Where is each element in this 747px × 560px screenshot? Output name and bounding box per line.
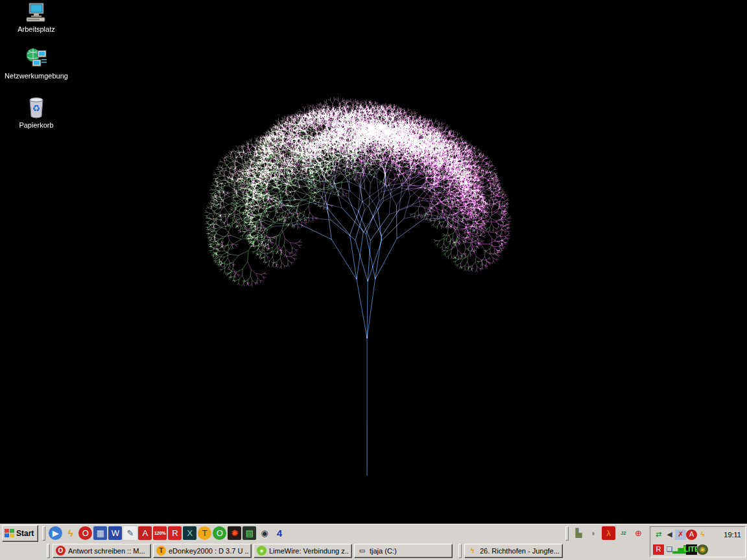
- quick-launch-bar: ▶ϟO▦W✎A120%RXTO✺▤◉4: [48, 526, 287, 540]
- media-player-icon[interactable]: ▶: [49, 526, 62, 540]
- edonkey-icon: T: [156, 546, 166, 555]
- paint-brushes-icon[interactable]: ✎: [123, 526, 137, 540]
- taskbar-left: Start ▶ϟO▦W✎A120%RXTO✺▤◉4 ▙◗λJ2⊕ OAntwor…: [0, 524, 647, 560]
- flag-square: [10, 533, 14, 537]
- desktop-icon-label: Arbeitsplatz: [18, 25, 54, 33]
- window-button-label: LimeWire: Verbindung z...: [269, 547, 349, 555]
- tray-row-2: R❏▂▅█LITE◉: [653, 543, 742, 555]
- zoom-120-icon[interactable]: 120%: [153, 526, 167, 540]
- rs-crosshair-icon[interactable]: ⊕: [632, 526, 645, 540]
- taskbar: Start ▶ϟO▦W✎A120%RXTO✺▤◉4 ▙◗λJ2⊕ OAntwor…: [0, 524, 747, 560]
- limewire-icon: ●: [257, 546, 267, 555]
- flag-square: [10, 529, 14, 533]
- ja2-icon[interactable]: J2: [617, 526, 630, 540]
- flag-square: [5, 533, 9, 537]
- drive-icon: ▭: [357, 546, 367, 555]
- flag-square: [5, 529, 9, 533]
- taskbar-top-row: Start ▶ϟO▦W✎A120%RXTO✺▤◉4 ▙◗λJ2⊕: [0, 524, 647, 542]
- helmet-icon[interactable]: ◗: [587, 526, 600, 540]
- green-o-icon[interactable]: O: [213, 526, 226, 540]
- system-tray: ⇄◀✗Aϟ 19:11 R❏▂▅█LITE◉: [650, 526, 746, 557]
- window-button-label: eDonkey2000 : D 3.7 U ...: [169, 547, 248, 555]
- window-buttons-bar: OAntwort schreiben :: M...TeDonkey2000 :…: [53, 544, 565, 558]
- start-label: Start: [16, 529, 34, 538]
- flames-icon[interactable]: ✺: [228, 526, 241, 540]
- network-neighborhood-icon: [25, 48, 48, 70]
- antivir-icon[interactable]: R: [168, 526, 182, 540]
- winamp-icon: ϟ: [468, 546, 477, 555]
- game-shortcut-bar: ▙◗λJ2⊕: [571, 526, 646, 540]
- window-button-edonkey[interactable]: TeDonkey2000 : D 3.7 U ...: [153, 544, 252, 558]
- desktop: Arbeitsplatz Netzwerkumgebung ♻ Papierko…: [0, 0, 747, 524]
- window-button-limewire[interactable]: ●LimeWire: Verbindung z...: [254, 544, 352, 558]
- window-buttons-grip-2[interactable]: [458, 544, 462, 558]
- quick-launch-grip[interactable]: [42, 526, 45, 541]
- acrobat-icon[interactable]: A: [138, 526, 152, 540]
- dialup-connection-icon[interactable]: ⇄: [653, 530, 664, 540]
- blue-4-icon[interactable]: 4: [272, 526, 286, 540]
- edonkey-icon[interactable]: T: [198, 526, 211, 540]
- eye-icon[interactable]: ◉: [257, 526, 271, 540]
- network-error-icon[interactable]: ✗: [675, 530, 686, 540]
- taskbar-bottom-row: OAntwort schreiben :: M...TeDonkey2000 :…: [0, 542, 647, 559]
- tray-icons-row1: ⇄◀✗Aϟ: [653, 530, 708, 540]
- tray-clock[interactable]: 19:11: [724, 531, 742, 539]
- tray-ball-icon[interactable]: ◉: [697, 544, 708, 555]
- start-button[interactable]: Start: [2, 525, 38, 542]
- window-button-label: Antwort schreiben :: M...: [68, 547, 145, 555]
- tank-icon[interactable]: ▙: [572, 526, 586, 540]
- desktop-icon-label: Papierkorb: [19, 121, 53, 129]
- cassette-icon[interactable]: ▤: [243, 526, 256, 540]
- window-button-opera[interactable]: OAntwort schreiben :: M...: [53, 544, 151, 558]
- desktop-icon-netzwerkumgebung[interactable]: Netzwerkumgebung: [5, 48, 67, 80]
- opera-icon: O: [56, 546, 65, 555]
- tray-row-1: ⇄◀✗Aϟ 19:11: [653, 528, 742, 541]
- window-button-label: 26. Richthofen - Jungfe...: [480, 547, 560, 555]
- terminal-icon[interactable]: X: [183, 526, 196, 540]
- computer-icon: [25, 3, 48, 23]
- power-lightning-icon[interactable]: ϟ: [697, 530, 708, 540]
- window-button-drive[interactable]: ▭tjaja (C:): [354, 544, 453, 558]
- volume-icon[interactable]: ◀: [664, 530, 675, 540]
- lite-icon[interactable]: LITE: [686, 544, 697, 555]
- antivir-tray-icon[interactable]: R: [653, 544, 664, 555]
- game-toolbar-grip[interactable]: [565, 526, 569, 541]
- windows-flag-icon: [5, 529, 14, 537]
- window-button-label: tjaja (C:): [370, 547, 397, 555]
- wallpaper-fractal-tree: [0, 0, 747, 524]
- desktop-icon-label: Netzwerkumgebung: [5, 72, 68, 80]
- window-button-winamp[interactable]: ϟ26. Richthofen - Jungfe...: [464, 544, 563, 558]
- desktop-icon-arbeitsplatz[interactable]: Arbeitsplatz: [5, 3, 67, 33]
- word-icon[interactable]: W: [108, 526, 122, 540]
- desktop-icon-papierkorb[interactable]: ♻ Papierkorb: [5, 96, 67, 129]
- opera-icon[interactable]: O: [78, 526, 92, 540]
- window-buttons-grip[interactable]: [47, 544, 50, 558]
- recycle-bin-icon: ♻: [25, 96, 47, 119]
- calculator-icon[interactable]: ▦: [93, 526, 107, 540]
- tray-icons-row2: R❏▂▅█LITE◉: [653, 544, 708, 555]
- svg-text:♻: ♻: [32, 103, 41, 113]
- winamp-lightning-icon[interactable]: ϟ: [64, 526, 77, 540]
- ati-icon[interactable]: A: [686, 530, 697, 540]
- half-life-icon[interactable]: λ: [602, 526, 615, 540]
